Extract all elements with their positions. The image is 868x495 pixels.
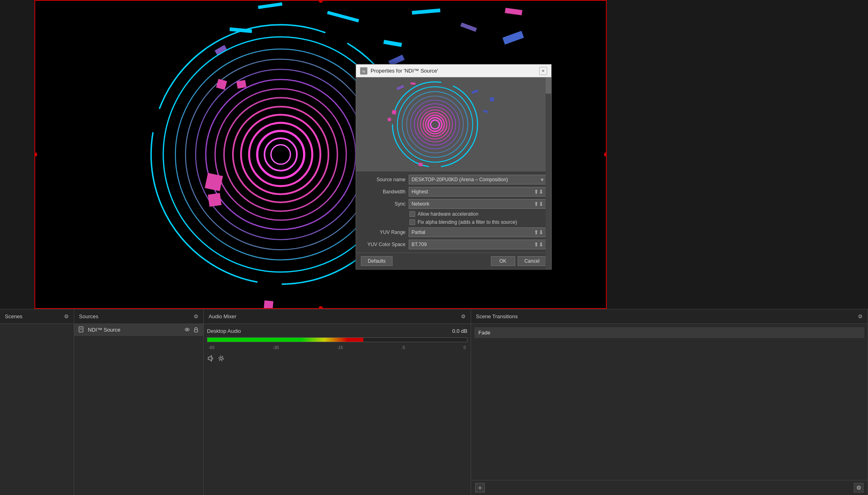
ok-button[interactable]: OK [491, 256, 515, 266]
panel-content: NDI™ Source Des [0, 324, 868, 495]
audio-db-value: 0.0 dB [452, 328, 467, 334]
ndi-icon: N [360, 67, 367, 75]
confetti-piece [502, 31, 524, 45]
svg-point-44 [220, 357, 222, 360]
dialog-buttons: Defaults OK Cancel [356, 253, 551, 269]
scenes-panel [0, 324, 74, 495]
dropdown-arrow: ⬆⬇ [534, 229, 544, 236]
svg-point-5 [206, 79, 356, 229]
bottom-bar: Scenes ⚙ Sources ⚙ Audio Mixer ⚙ Scene T… [0, 309, 868, 495]
confetti-piece [505, 8, 522, 15]
yuv-range-label: YUV Range [361, 229, 405, 235]
scenes-settings-icon[interactable]: ⚙ [64, 313, 69, 319]
source-name-control[interactable]: DESKTOP-20PU0KD (Arena – Composition) ▾ [409, 175, 546, 184]
svg-point-4 [196, 69, 366, 240]
svg-rect-34 [392, 110, 397, 115]
bandwidth-control[interactable]: Highest ⬆⬇ [409, 187, 546, 197]
sync-row: Sync Network ⬆⬇ [361, 199, 546, 209]
dialog-title: Properties for 'NDI™ Source' [371, 68, 438, 74]
svg-point-41 [186, 329, 188, 330]
lock-icon[interactable] [193, 326, 199, 333]
transitions-panel: Fade + ⚙ [471, 324, 868, 495]
source-name: NDI™ Source [88, 327, 181, 333]
confetti-piece [460, 22, 477, 32]
audio-panel: Desktop Audio 0.0 dB -60 -30 -15 -5 0 [204, 324, 471, 495]
transitions-content: Fade [471, 324, 868, 341]
fix-alpha-checkbox[interactable] [409, 219, 415, 225]
yuv-colorspace-value: BT.709 [412, 242, 427, 247]
bottom-handle[interactable] [319, 306, 323, 308]
hw-accel-checkbox[interactable] [409, 211, 415, 217]
scenes-label: Scenes [5, 313, 22, 319]
volume-icon[interactable] [207, 355, 214, 362]
fix-alpha-label: Fix alpha blending (adds a filter to thi… [418, 219, 517, 225]
yuv-colorspace-row: YUV Color Space BT.709 ⬆⬇ [361, 240, 546, 249]
svg-point-12 [264, 138, 297, 171]
dropdown-arrow: ▾ [541, 176, 544, 183]
dialog-form: Source name DESKTOP-20PU0KD (Arena – Com… [356, 171, 551, 253]
add-transition-button[interactable]: + [475, 483, 485, 493]
source-controls [184, 326, 199, 333]
confetti-piece [205, 173, 223, 191]
yuv-colorspace-label: YUV Color Space [361, 242, 405, 247]
left-handle[interactable] [35, 152, 37, 156]
audio-mixer-content: Desktop Audio 0.0 dB -60 -30 -15 -5 0 [204, 324, 471, 365]
svg-rect-35 [388, 118, 391, 121]
yuv-range-control[interactable]: Partial ⬆⬇ [409, 227, 546, 237]
marker-0: 0 [463, 345, 466, 350]
defaults-button[interactable]: Defaults [361, 256, 392, 266]
sources-panel-header: Sources ⚙ [74, 309, 204, 324]
audio-panel-header: Audio Mixer ⚙ [204, 309, 471, 324]
hw-accel-row: Allow hardware acceleration [361, 211, 546, 217]
dialog-btn-group: OK Cancel [491, 256, 546, 266]
properties-dialog: N Properties for 'NDI™ Source' × [356, 64, 552, 270]
audio-meter-markers: -60 -30 -15 -5 0 [207, 345, 467, 351]
source-item: NDI™ Source [74, 324, 203, 336]
audio-settings-icon[interactable]: ⚙ [461, 313, 466, 319]
transition-item-fade[interactable]: Fade [474, 327, 864, 338]
yuv-range-row: YUV Range Partial ⬆⬇ [361, 227, 546, 237]
sources-settings-icon[interactable]: ⚙ [194, 313, 198, 319]
svg-point-6 [215, 89, 346, 220]
dialog-preview [356, 77, 551, 171]
dialog-preview-circles [356, 77, 551, 171]
svg-text:N: N [363, 70, 365, 73]
transitions-settings-icon[interactable]: ⚙ [858, 313, 863, 319]
marker-30: -30 [273, 345, 279, 350]
confetti-piece [264, 300, 273, 308]
dialog-close-button[interactable]: × [539, 67, 547, 75]
audio-meter-fill [207, 338, 363, 342]
svg-point-3 [186, 59, 376, 250]
hw-accel-label: Allow hardware acceleration [418, 211, 478, 217]
sync-control[interactable]: Network ⬆⬇ [409, 199, 546, 209]
svg-rect-42 [194, 330, 198, 332]
confetti-piece [258, 2, 283, 9]
visibility-icon[interactable] [184, 326, 190, 333]
marker-60: -60 [209, 345, 214, 350]
dropdown-arrow: ⬆⬇ [534, 201, 544, 207]
sync-label: Sync [361, 201, 405, 207]
svg-point-45 [219, 356, 224, 361]
sync-value: Network [412, 201, 429, 207]
audio-track-header: Desktop Audio 0.0 dB [207, 327, 467, 335]
top-handle[interactable] [319, 1, 323, 3]
svg-point-10 [249, 123, 312, 186]
audio-bottom-controls [207, 355, 467, 362]
yuv-colorspace-control[interactable]: BT.709 ⬆⬇ [409, 240, 546, 249]
sources-panel: NDI™ Source [74, 324, 204, 495]
fix-alpha-row: Fix alpha blending (adds a filter to thi… [361, 219, 546, 225]
svg-point-13 [271, 145, 290, 164]
right-handle[interactable] [604, 152, 606, 156]
audio-settings-gear-icon[interactable] [218, 355, 225, 362]
transition-settings-button[interactable]: ⚙ [854, 483, 864, 493]
bandwidth-value: Highest [412, 189, 428, 195]
sources-label: Sources [79, 313, 98, 319]
dialog-scrollbar-thumb[interactable] [546, 77, 551, 94]
cancel-button[interactable]: Cancel [518, 256, 546, 266]
marker-15: -15 [337, 345, 343, 350]
bandwidth-label: Bandwidth [361, 189, 405, 195]
audio-meter [207, 337, 467, 342]
source-name-row: Source name DESKTOP-20PU0KD (Arena – Com… [361, 175, 546, 184]
dialog-scrollbar[interactable] [546, 77, 551, 269]
transitions-bottom: + ⚙ [471, 480, 868, 495]
